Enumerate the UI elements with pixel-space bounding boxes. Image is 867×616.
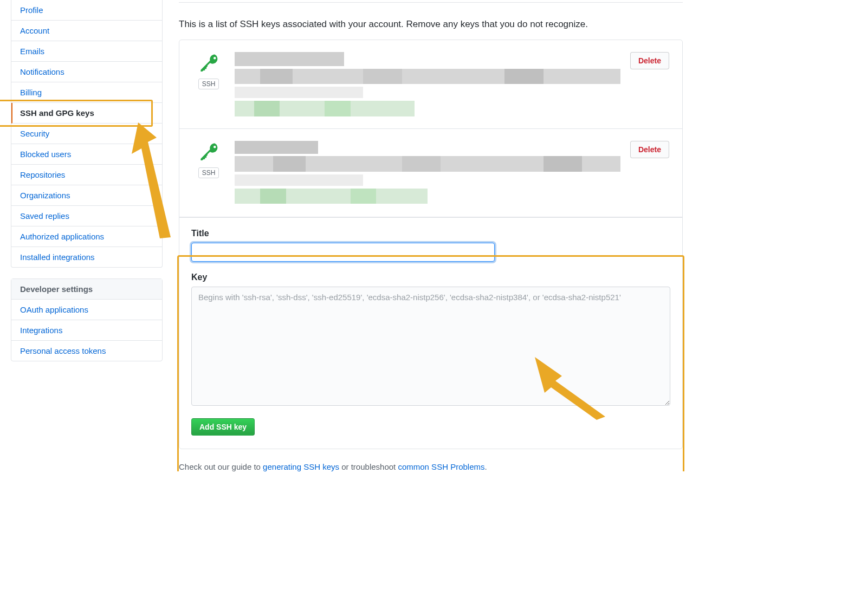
settings-sidebar: ProfileAccountEmailsNotificationsBilling… [11,0,163,471]
footer-text-suffix: . [485,462,487,471]
ssh-keys-list: SSH Delete [179,40,683,449]
ssh-key-title-input[interactable] [191,243,495,262]
sidebar-item-personal-access-tokens[interactable]: Personal access tokens [11,341,162,361]
title-label: Title [191,229,670,238]
sidebar-item-oauth-applications[interactable]: OAuth applications [11,300,162,320]
svg-rect-5 [235,87,363,98]
svg-rect-4 [504,69,543,84]
sidebar-item-integrations[interactable]: Integrations [11,320,162,341]
generating-ssh-keys-link[interactable]: generating SSH keys [263,462,339,471]
svg-rect-8 [325,101,350,116]
ssh-key-row: SSH Delete [179,40,682,129]
personal-settings-menu: ProfileAccountEmailsNotificationsBilling… [11,0,163,268]
svg-rect-16 [260,188,286,203]
sidebar-item-notifications[interactable]: Notifications [11,62,162,82]
svg-rect-12 [402,156,441,171]
delete-ssh-key-button[interactable]: Delete [630,141,669,158]
ssh-key-meta: SSH [192,141,225,178]
key-label: Key [191,273,670,282]
sidebar-item-authorized-applications[interactable]: Authorized applications [11,226,162,247]
sidebar-item-ssh-and-gpg-keys[interactable]: SSH and GPG keys [11,103,162,124]
sidebar-item-blocked-users[interactable]: Blocked users [11,144,162,165]
ssh-key-redacted-details [235,141,620,205]
sidebar-item-profile[interactable]: Profile [11,0,162,21]
svg-rect-14 [235,174,363,185]
svg-rect-13 [544,156,582,171]
svg-rect-11 [273,156,305,171]
sidebar-item-repositories[interactable]: Repositories [11,165,162,185]
svg-rect-0 [235,52,344,66]
sidebar-item-installed-integrations[interactable]: Installed integrations [11,247,162,267]
developer-settings-header: Developer settings [11,279,162,300]
svg-rect-3 [363,69,402,84]
sidebar-item-security[interactable]: Security [11,124,162,144]
footer-text-prefix: Check out our guide to [179,462,263,471]
common-ssh-problems-link[interactable]: common SSH Problems [398,462,484,471]
ssh-key-meta: SSH [192,52,225,89]
developer-settings-menu: Developer settings OAuth applicationsInt… [11,278,163,361]
ssh-key-textarea[interactable] [191,287,670,406]
sidebar-item-saved-replies[interactable]: Saved replies [11,206,162,226]
key-icon [199,141,218,162]
intro-text: This is a list of SSH keys associated wi… [179,19,683,30]
ssh-badge: SSH [198,167,219,178]
key-icon [199,52,218,73]
add-ssh-key-form: Title Key Add SSH key [179,217,682,449]
add-ssh-key-button[interactable]: Add SSH key [191,418,255,436]
footer-help-text: Check out our guide to generating SSH ke… [179,462,683,471]
svg-rect-17 [351,188,376,203]
footer-text-middle: or troubleshoot [339,462,398,471]
ssh-key-row: SSH Delete [179,129,682,218]
sidebar-item-billing[interactable]: Billing [11,82,162,103]
svg-rect-2 [260,69,292,84]
sidebar-item-account[interactable]: Account [11,21,162,41]
svg-rect-9 [235,141,318,154]
ssh-key-redacted-details [235,52,620,116]
main-content: This is a list of SSH keys associated wi… [179,0,683,471]
delete-ssh-key-button[interactable]: Delete [630,52,669,69]
sidebar-item-organizations[interactable]: Organizations [11,185,162,206]
svg-rect-7 [254,101,280,116]
sidebar-item-emails[interactable]: Emails [11,41,162,62]
ssh-badge: SSH [198,79,219,89]
